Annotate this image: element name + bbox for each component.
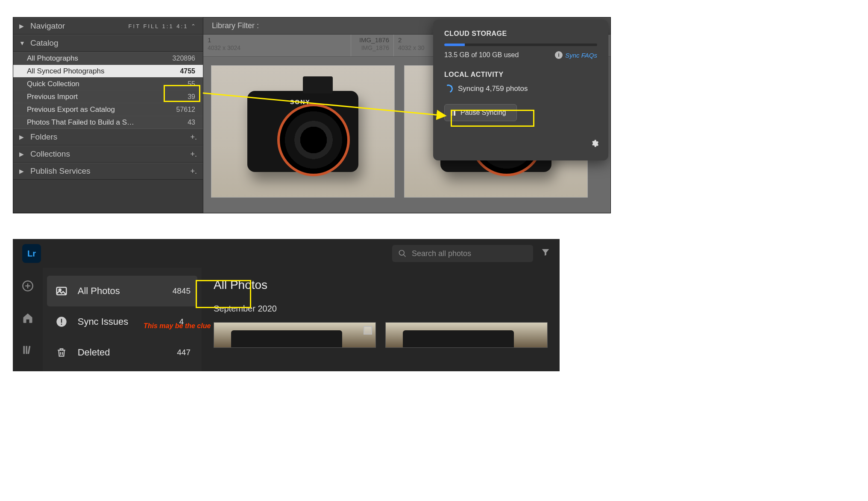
sync-faqs-label: Sync FAQs (565, 52, 597, 59)
publish-title: Publish Services (30, 166, 190, 176)
expand-right-icon: ▶ (19, 151, 25, 157)
side-row-count: 447 (177, 348, 191, 357)
syncing-text: Syncing 4,759 photos (458, 84, 528, 93)
collections-title: Collections (30, 149, 190, 159)
catalog-row-count: 43 (183, 119, 195, 126)
catalog-row-previous-import[interactable]: Previous Import 39 (13, 90, 203, 103)
catalog-row-count: 39 (183, 93, 195, 101)
navigator-title: Navigator (30, 21, 129, 31)
folders-title: Folders (30, 132, 190, 142)
svg-rect-13 (61, 324, 62, 325)
catalog-list: All Photographs 320896 All Synced Photog… (13, 52, 203, 128)
library-icon[interactable] (22, 344, 34, 359)
catalog-row-label: Previous Export as Catalog (27, 105, 172, 114)
folders-panel-header[interactable]: ▶ Folders +. (13, 128, 203, 146)
side-row-sync-issues[interactable]: Sync Issues 4 (43, 306, 202, 337)
pause-icon (451, 110, 455, 116)
main-heading: All Photos (214, 278, 548, 292)
expand-right-icon: ▶ (19, 168, 25, 175)
catalog-row-count: 320896 (168, 55, 195, 62)
side-row-label: All Photos (78, 285, 164, 297)
syncing-status-line: Syncing 4,759 photos (444, 84, 597, 93)
cell-index: 1 (208, 36, 346, 44)
photo-thumbnail[interactable]: SONY (211, 65, 395, 198)
date-subheading: September 2020 (214, 304, 548, 314)
camera-illustration: SONY (247, 91, 358, 172)
catalog-row-count: 4755 (176, 67, 195, 75)
local-activity-heading: LOCAL ACTIVITY (444, 71, 597, 79)
topbar: Lr Search all photos (13, 239, 560, 268)
photo-grid (214, 322, 548, 348)
add-publish-button[interactable]: +. (190, 167, 197, 176)
svg-rect-12 (61, 319, 62, 323)
photos-icon (54, 283, 69, 299)
cloud-storage-heading: CLOUD STORAGE (444, 30, 597, 38)
storage-progress-fill (444, 44, 465, 46)
cell-dimensions: 4032 x 3024 (208, 44, 346, 51)
publish-panel-header[interactable]: ▶ Publish Services +. (13, 163, 203, 180)
pause-syncing-button[interactable]: Pause Syncing (444, 104, 517, 121)
alert-icon (54, 314, 69, 329)
catalog-row-label: Photos That Failed to Build a S… (27, 118, 183, 127)
cell-filename: IMG_1876 (355, 36, 389, 44)
catalog-row-quick-collection[interactable]: Quick Collection 55 (13, 77, 203, 90)
catalog-row-label: All Photographs (27, 54, 168, 63)
cell-filename-b: IMG_1876 (355, 44, 389, 51)
catalog-row-label: All Synced Photographs (27, 67, 176, 76)
catalog-row-all-photographs[interactable]: All Photographs 320896 (13, 52, 203, 64)
photo-thumbnail[interactable] (214, 322, 376, 348)
cc-main-area: All Photos September 2020 (202, 268, 560, 371)
side-list: All Photos 4845 Sync Issues 4 Deleted 44… (43, 268, 202, 371)
add-collection-button[interactable]: +. (190, 150, 197, 159)
svg-line-2 (404, 255, 406, 257)
collections-panel-header[interactable]: ▶ Collections +. (13, 146, 203, 163)
cloud-storage-popup: CLOUD STORAGE 13.5 GB of 100 GB used i S… (433, 20, 608, 160)
catalog-row-label: Previous Import (27, 93, 183, 101)
catalog-row-count: 55 (183, 80, 195, 88)
navigator-panel-header[interactable]: ▶ Navigator FIT FILL 1:1 4:1 ⌃ (13, 17, 203, 35)
side-row-label: Deleted (78, 347, 169, 358)
select-checkbox[interactable] (364, 326, 372, 335)
lightroom-classic-window: ▶ Navigator FIT FILL 1:1 4:1 ⌃ ▼ Catalog… (13, 17, 611, 213)
catalog-row-previous-export[interactable]: Previous Export as Catalog 57612 (13, 103, 203, 116)
add-folder-button[interactable]: +. (190, 133, 197, 142)
lightroom-logo[interactable]: Lr (22, 244, 41, 263)
pause-label: Pause Syncing (460, 109, 506, 117)
svg-rect-7 (26, 346, 27, 354)
gear-icon[interactable] (590, 139, 599, 148)
catalog-panel-header[interactable]: ▼ Catalog (13, 35, 203, 52)
annotation-clue-text: This may be the clue (144, 322, 211, 330)
expand-down-icon: ▼ (19, 40, 25, 47)
side-row-all-photos[interactable]: All Photos 4845 (47, 276, 197, 306)
info-icon: i (555, 51, 563, 59)
catalog-row-label: Quick Collection (27, 80, 183, 88)
search-icon (398, 249, 407, 258)
left-panel: ▶ Navigator FIT FILL 1:1 4:1 ⌃ ▼ Catalog… (13, 17, 203, 213)
left-rail (13, 268, 43, 371)
filter-icon[interactable] (541, 248, 550, 259)
catalog-row-failed-previews[interactable]: Photos That Failed to Build a S… 43 (13, 116, 203, 128)
storage-used-text: 13.5 GB of 100 GB used (444, 51, 519, 59)
navigator-zoom-controls[interactable]: FIT FILL 1:1 4:1 ⌃ (129, 23, 197, 29)
lightroom-cc-window: Lr Search all photos All (13, 239, 560, 371)
side-row-count: 4845 (173, 286, 191, 296)
svg-point-1 (399, 250, 405, 256)
expand-right-icon: ▶ (19, 134, 25, 140)
search-placeholder: Search all photos (412, 249, 471, 258)
catalog-title: Catalog (30, 38, 197, 48)
spinner-icon (443, 83, 454, 94)
svg-rect-8 (27, 346, 30, 354)
catalog-row-count: 57612 (172, 106, 196, 114)
add-icon[interactable] (22, 280, 34, 295)
search-input[interactable]: Search all photos (392, 245, 533, 262)
side-row-deleted[interactable]: Deleted 447 (43, 337, 202, 368)
photo-thumbnail[interactable] (385, 322, 548, 348)
sync-faqs-link[interactable]: i Sync FAQs (555, 51, 597, 59)
catalog-row-all-synced[interactable]: All Synced Photographs 4755 (13, 64, 203, 77)
storage-progress-track (444, 44, 597, 46)
expand-right-icon: ▶ (19, 23, 25, 29)
trash-icon (54, 345, 69, 360)
home-icon[interactable] (22, 312, 34, 327)
svg-rect-6 (23, 346, 25, 354)
